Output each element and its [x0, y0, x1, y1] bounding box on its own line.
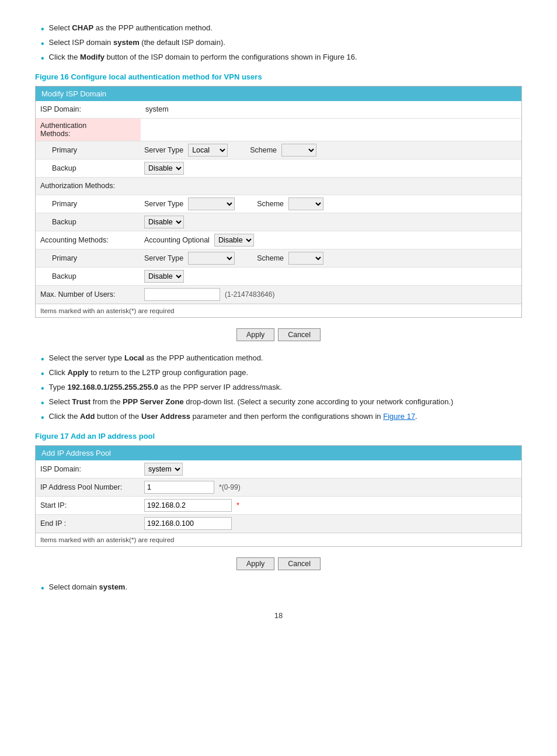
acct-primary-row: Primary Server Type Local Disable Scheme: [36, 249, 521, 268]
fig17-start-ip-input[interactable]: [144, 499, 232, 512]
scheme-label-1: Scheme: [250, 146, 277, 154]
figure16-title: Figure 16 Configure local authentication…: [35, 72, 522, 81]
acct-primary-scheme-select[interactable]: [288, 252, 323, 265]
accounting-optional-select[interactable]: Disable Enable: [214, 234, 254, 247]
authz-methods-value: [141, 183, 521, 188]
isp-domain-value: system: [141, 102, 521, 116]
server-type-label-2: Server Type: [144, 200, 183, 208]
figure17-button-row: Apply Cancel: [35, 557, 522, 570]
fig17-end-ip-label: End IP :: [36, 516, 141, 530]
auth-primary-row: Primary Server Type Local Disable Scheme: [36, 141, 521, 159]
fig17-isp-domain-row: ISP Domain: system: [36, 460, 521, 478]
figure16-button-row: Apply Cancel: [35, 328, 522, 341]
figure17-cancel-button[interactable]: Cancel: [278, 557, 321, 570]
add-bold: Add: [80, 412, 95, 421]
local-bold: Local: [124, 353, 144, 362]
max-users-row: Max. Number of Users: (1-2147483646): [36, 286, 521, 304]
acct-backup-label: Backup: [36, 269, 141, 283]
bottom-bullet-list: Select domain system.: [35, 582, 522, 594]
fig17-pool-number-label: IP Address Pool Number:: [36, 480, 141, 494]
authz-primary-row: Primary Server Type Local Disable Scheme: [36, 195, 521, 213]
page-number: 18: [35, 611, 522, 620]
system-bold-bottom: system: [99, 582, 126, 591]
mid-bullet-1: Select the server type Local as the PPP …: [35, 353, 522, 365]
figure17-link[interactable]: Figure 17: [383, 412, 415, 421]
authz-backup-row: Backup Disable: [36, 213, 521, 231]
bullet-3: Click the Modify button of the ISP domai…: [35, 53, 522, 64]
figure16-form: Modify ISP Domain ISP Domain: system Aut…: [35, 86, 522, 318]
authz-backup-select[interactable]: Disable: [144, 216, 184, 228]
acct-backup-select[interactable]: Disable: [144, 270, 184, 283]
auth-backup-row: Backup Disable: [36, 159, 521, 178]
acct-primary-select[interactable]: Local Disable: [188, 252, 235, 265]
fig17-end-ip-row: End IP :: [36, 515, 521, 533]
fig17-end-ip-input[interactable]: [144, 517, 232, 530]
authz-primary-label: Primary: [36, 197, 141, 211]
fig17-pool-number-input[interactable]: [144, 481, 214, 494]
auth-primary-label: Primary: [36, 143, 141, 157]
scheme-label-3: Scheme: [257, 254, 284, 262]
authz-primary-value: Server Type Local Disable Scheme: [141, 195, 521, 213]
authz-methods-row: Authorization Methods:: [36, 178, 521, 195]
scheme-label-2: Scheme: [257, 200, 284, 208]
fig17-isp-domain-label: ISP Domain:: [36, 462, 141, 476]
mid-bullet-5: Click the Add button of the User Address…: [35, 412, 522, 423]
top-bullet-list: Select CHAP as the PPP authentication me…: [35, 23, 522, 64]
isp-domain-row: ISP Domain: system: [36, 101, 521, 119]
apply-bold: Apply: [67, 368, 88, 377]
acct-backup-value: Disable: [141, 268, 521, 285]
ip-bold: 192.168.0.1/255.255.255.0: [67, 383, 158, 391]
auth-backup-select[interactable]: Disable: [144, 162, 184, 175]
fig17-end-ip-value: [141, 515, 521, 532]
acct-primary-label: Primary: [36, 251, 141, 265]
auth-methods-value: [141, 127, 521, 132]
figure17-required-note: Items marked with an asterisk(*) are req…: [36, 533, 521, 546]
bullet-1: Select CHAP as the PPP authentication me…: [35, 23, 522, 34]
authz-primary-select[interactable]: Local Disable: [188, 197, 235, 210]
mid-bullet-3: Type 192.168.0.1/255.255.255.0 as the PP…: [35, 383, 522, 394]
authz-methods-label: Authorization Methods:: [36, 179, 141, 193]
figure16-cancel-button[interactable]: Cancel: [278, 328, 321, 341]
auth-primary-select[interactable]: Local Disable: [188, 144, 228, 157]
bot-bullet-1: Select domain system.: [35, 582, 522, 594]
auth-primary-value: Server Type Local Disable Scheme: [141, 141, 521, 159]
figure17-title: Figure 17 Add an IP address pool: [35, 432, 522, 441]
max-users-value: (1-2147483646): [141, 286, 521, 303]
auth-primary-scheme-select[interactable]: [281, 144, 316, 157]
auth-methods-label: AuthenticationMethods:: [36, 119, 141, 141]
authz-primary-scheme-select[interactable]: [288, 197, 323, 210]
fig17-pool-number-row: IP Address Pool Number: *(0-99): [36, 478, 521, 497]
max-users-hint: (1-2147483646): [225, 290, 274, 299]
server-type-label-1: Server Type: [144, 146, 183, 154]
middle-bullet-list: Select the server type Local as the PPP …: [35, 353, 522, 424]
fig17-pool-hint: *(0-99): [219, 483, 241, 491]
fig17-start-ip-value: *: [141, 497, 521, 514]
max-users-input[interactable]: [144, 288, 220, 301]
modify-bold: Modify: [80, 53, 105, 61]
authz-backup-value: Disable: [141, 213, 521, 231]
authz-backup-label: Backup: [36, 215, 141, 229]
bullet-2: Select ISP domain system (the default IS…: [35, 38, 522, 49]
start-ip-asterisk: *: [236, 501, 239, 509]
figure17-header: Add IP Address Pool: [36, 446, 521, 460]
figure16-body: ISP Domain: system AuthenticationMethods…: [36, 101, 521, 317]
user-address-bold: User Address: [141, 412, 190, 421]
figure16-apply-button[interactable]: Apply: [236, 328, 274, 341]
accounting-label: Accounting Methods:: [36, 233, 141, 247]
figure17-form: Add IP Address Pool ISP Domain: system I…: [35, 445, 522, 547]
fig17-isp-domain-select[interactable]: system: [144, 463, 183, 476]
figure17-apply-button[interactable]: Apply: [236, 557, 274, 570]
mid-bullet-4: Select Trust from the PPP Server Zone dr…: [35, 397, 522, 408]
acct-primary-value: Server Type Local Disable Scheme: [141, 249, 521, 267]
fig17-start-ip-label: Start IP:: [36, 498, 141, 512]
figure17-body: ISP Domain: system IP Address Pool Numbe…: [36, 460, 521, 546]
fig17-start-ip-row: Start IP: *: [36, 497, 521, 515]
accounting-optional-label: Accounting Optional: [144, 236, 210, 244]
auth-backup-value: Disable: [141, 159, 521, 177]
figure16-header: Modify ISP Domain: [36, 86, 521, 101]
trust-bold: Trust: [72, 397, 90, 406]
chap-bold: CHAP: [72, 23, 93, 32]
acct-backup-row: Backup Disable: [36, 268, 521, 286]
mid-bullet-2: Click Apply to return to the L2TP group …: [35, 368, 522, 379]
isp-domain-label: ISP Domain:: [36, 102, 141, 116]
